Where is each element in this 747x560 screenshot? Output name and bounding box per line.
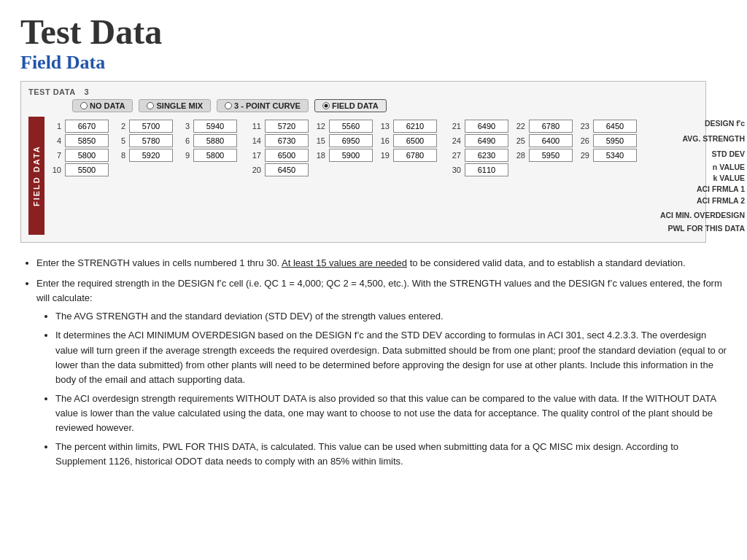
design-fc-row: DESIGN f'c (657, 117, 747, 130)
radio-dot-field-data (322, 102, 330, 109)
radio-dot-single-mix (147, 102, 154, 109)
input-16[interactable] (393, 134, 437, 147)
aci-frmla1-label: ACI FRMLA 1 (657, 184, 745, 193)
field-data-sidebar: FIELD DATA (28, 117, 44, 235)
pwl-row: PWL FOR THIS DATA 100% (657, 224, 747, 233)
aci-frmla1-row: ACI FRMLA 1 5077 (657, 184, 747, 193)
radio-dot-3point (225, 102, 232, 109)
aci-min-overdesign-row: ACI MIN. OVERDESIGN 5700 (657, 209, 747, 222)
sub-bullet-4: The percent within limits, PWL FOR THIS … (55, 440, 727, 469)
std-dev-label: STD DEV (657, 149, 745, 158)
input-15[interactable] (329, 134, 373, 147)
input-11[interactable] (265, 120, 309, 133)
radio-field-data[interactable]: FIELD DATA (314, 99, 387, 112)
input-27[interactable] (465, 149, 508, 162)
input-7[interactable] (65, 149, 109, 162)
k-value-label: k VALUE (657, 174, 745, 182)
bullet-2: Enter the required strength in the DESIG… (36, 276, 727, 470)
sub-bullets: The AVG STRENGTH and the standard deviat… (36, 309, 727, 469)
input-6[interactable] (193, 134, 237, 147)
radio-no-data[interactable]: NO DATA (72, 99, 133, 112)
radio-3point-curve[interactable]: 3 - POINT CURVE (217, 99, 309, 112)
data-col-3: 21 22 23 24 25 26 27 28 29 30 (444, 117, 644, 179)
input-24[interactable] (465, 134, 508, 147)
avg-strength-row: AVG. STRENGTH 6144 3 DAY (657, 132, 747, 145)
input-21[interactable] (465, 120, 508, 133)
page-title: Test Data (20, 13, 727, 52)
data-col-1: 1 2 3 4 5 6 7 8 9 10 (44, 117, 244, 179)
input-4[interactable] (65, 134, 109, 147)
at-least-text: At least 15 values are needed (282, 257, 407, 268)
std-dev-row: STD DEV 430 7 DAY (657, 147, 747, 160)
test-data-label: TEST DATA 3 (28, 88, 698, 96)
radio-row: NO DATA SINGLE MIX 3 - POINT CURVE FIELD… (72, 99, 698, 112)
input-14[interactable] (265, 134, 309, 147)
input-1[interactable] (65, 120, 109, 133)
pwl-label: PWL FOR THIS DATA (657, 224, 745, 233)
sub-bullet-3: The ACI overdesign strength requirements… (55, 392, 727, 435)
input-5[interactable] (129, 134, 173, 147)
input-12[interactable] (329, 120, 373, 133)
aci-min-overdesign-label: ACI MIN. OVERDESIGN (657, 211, 745, 219)
input-23[interactable] (593, 120, 637, 133)
test-data-section: TEST DATA 3 NO DATA SINGLE MIX 3 - POINT… (20, 81, 706, 243)
input-22[interactable] (529, 120, 573, 133)
input-9[interactable] (193, 149, 237, 162)
input-30[interactable] (465, 163, 508, 176)
aci-frmla2-row: ACI FRMLA 2 5002 WITHOUT DATA (657, 195, 747, 206)
avg-strength-label: AVG. STRENGTH (657, 134, 745, 143)
input-10[interactable] (65, 163, 109, 176)
input-26[interactable] (593, 134, 637, 147)
data-col-2: 11 12 13 14 15 16 17 18 19 20 (244, 117, 444, 179)
input-25[interactable] (529, 134, 573, 147)
n-value-label: n VALUE (657, 163, 745, 171)
input-29[interactable] (593, 149, 637, 162)
input-19[interactable] (393, 149, 437, 162)
sub-bullet-1: The AVG STRENGTH and the standard deviat… (55, 309, 727, 324)
sub-bullet-2: It determines the ACI MINIMUM OVERDESIGN… (55, 328, 727, 387)
instructions-list: Enter the STRENGTH values in cells numbe… (20, 256, 727, 470)
input-17[interactable] (265, 149, 309, 162)
right-panel: DESIGN f'c AVG. STRENGTH 6144 3 DAY STD … (657, 117, 747, 235)
input-3[interactable] (193, 120, 237, 133)
bullet-1: Enter the STRENGTH values in cells numbe… (36, 256, 727, 271)
input-18[interactable] (329, 149, 373, 162)
k-value-row: k VALUE 1 (657, 174, 747, 182)
design-fc-label: DESIGN f'c (657, 119, 745, 128)
input-20[interactable] (265, 163, 309, 176)
input-13[interactable] (393, 120, 437, 133)
input-28[interactable] (529, 149, 573, 162)
input-2[interactable] (129, 120, 173, 133)
page-subtitle: Field Data (20, 52, 727, 74)
aci-frmla2-label: ACI FRMLA 2 (657, 196, 745, 205)
n-value-row: n VALUE 30 (657, 163, 747, 171)
radio-dot-no-data (80, 102, 88, 109)
main-table-area: FIELD DATA 1 2 3 4 5 6 7 8 9 10 11 12 13… (28, 117, 698, 235)
input-8[interactable] (129, 149, 173, 162)
radio-single-mix[interactable]: SINGLE MIX (139, 99, 211, 112)
